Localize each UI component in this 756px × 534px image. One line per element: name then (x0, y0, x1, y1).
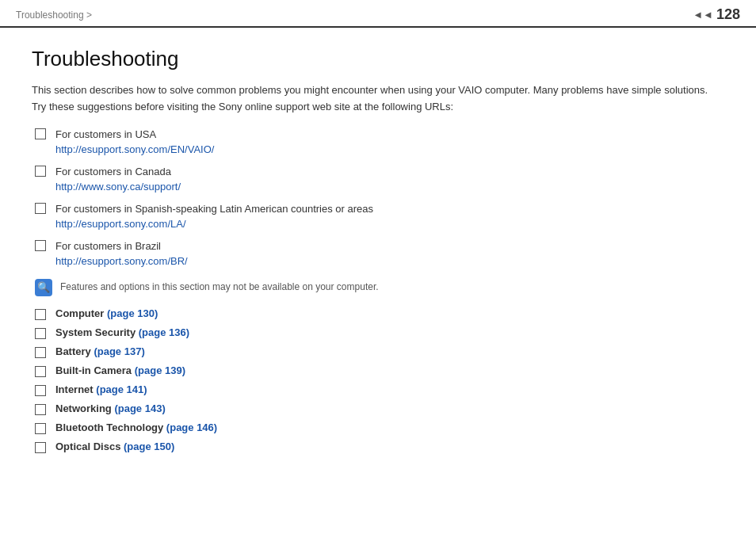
checkbox-icon (35, 128, 46, 139)
page-number: 128 (716, 6, 740, 23)
nav-item-content: Optical Discs (page 150) (55, 441, 174, 452)
nav-checkbox-icon (35, 423, 46, 434)
list-item-label: For customers in USA (55, 128, 156, 140)
page-number-container: ◄◄ 128 (693, 6, 740, 23)
nav-item-label: Optical Discs (55, 441, 124, 452)
nav-item-page-link[interactable]: (page 146) (166, 421, 217, 433)
list-item-content: For customers in Canadahttp://www.sony.c… (55, 164, 181, 195)
intro-paragraph: This section describes how to solve comm… (32, 82, 724, 116)
nav-item-label: Bluetooth Technology (55, 421, 166, 433)
list-item-content: For customers in Brazilhttp://esupport.s… (55, 238, 188, 269)
nav-item: Optical Discs (page 150) (32, 441, 724, 453)
list-item-content: For customers in Spanish-speaking Latin … (55, 201, 373, 232)
nav-item: Networking (page 143) (32, 402, 724, 415)
nav-item-content: Computer (page 130) (55, 307, 158, 319)
nav-item: System Security (page 136) (32, 326, 724, 339)
list-item-label: For customers in Canada (55, 166, 171, 177)
nav-item-label: Battery (55, 345, 94, 357)
nav-item-page-link[interactable]: (page 139) (135, 364, 185, 376)
list-item-link[interactable]: http://esupport.sony.com/BR/ (55, 254, 188, 269)
nav-item-label: Internet (55, 383, 96, 395)
nav-item-page-link[interactable]: (page 136) (139, 326, 189, 338)
nav-checkbox-icon (35, 347, 46, 358)
nav-item-content: Built-in Camera (page 139) (55, 364, 185, 376)
header-bar: Troubleshooting > ◄◄ 128 (0, 0, 756, 28)
list-item: For customers in Brazilhttp://esupport.s… (32, 238, 724, 269)
nav-item-page-link[interactable]: (page 143) (114, 402, 165, 414)
nav-checkbox-icon (35, 328, 46, 339)
checkbox-icon (35, 240, 46, 251)
note-section: 🔍 Features and options in this section m… (32, 279, 724, 296)
list-item-link[interactable]: http://www.sony.ca/support/ (55, 179, 181, 195)
nav-item-content: Networking (page 143) (55, 402, 166, 414)
checkbox-icon (35, 166, 46, 177)
nav-item-page-link[interactable]: (page 137) (94, 345, 144, 357)
main-content: Troubleshooting This section describes h… (0, 28, 756, 475)
list-item-link[interactable]: http://esupport.sony.com/LA/ (55, 216, 373, 232)
list-item-link[interactable]: http://esupport.sony.com/EN/VAIO/ (55, 142, 214, 158)
nav-list: Computer (page 130)System Security (page… (32, 307, 724, 453)
list-item-content: For customers in USAhttp://esupport.sony… (55, 127, 214, 158)
nav-item: Built-in Camera (page 139) (32, 364, 724, 377)
nav-item: Battery (page 137) (32, 345, 724, 358)
nav-item: Computer (page 130) (32, 307, 724, 320)
note-icon: 🔍 (35, 279, 52, 296)
nav-checkbox-icon (35, 404, 46, 415)
list-item: For customers in Canadahttp://www.sony.c… (32, 164, 724, 195)
nav-checkbox-icon (35, 366, 46, 377)
nav-checkbox-icon (35, 385, 46, 396)
note-icon-symbol: 🔍 (37, 281, 50, 293)
breadcrumb: Troubleshooting > (16, 10, 92, 21)
nav-item-label: Built-in Camera (55, 364, 135, 376)
nav-checkbox-icon (35, 442, 46, 453)
page-title: Troubleshooting (32, 47, 724, 71)
nav-item-page-link[interactable]: (page 150) (124, 441, 174, 452)
list-item-label: For customers in Brazil (55, 240, 161, 252)
list-item-label: For customers in Spanish-speaking Latin … (55, 203, 373, 215)
nav-checkbox-icon (35, 309, 46, 320)
checkbox-icon (35, 203, 46, 214)
nav-item-page-link[interactable]: (page 130) (107, 307, 158, 319)
nav-item-content: Battery (page 137) (55, 345, 145, 357)
nav-item: Bluetooth Technology (page 146) (32, 421, 724, 434)
nav-item-label: System Security (55, 326, 139, 338)
page-arrow-icon: ◄◄ (693, 9, 713, 21)
nav-item-label: Networking (55, 402, 114, 414)
list-item: For customers in Spanish-speaking Latin … (32, 201, 724, 232)
nav-item-content: Internet (page 141) (55, 383, 147, 395)
url-list: For customers in USAhttp://esupport.sony… (32, 127, 724, 269)
nav-item-label: Computer (55, 307, 107, 319)
note-text: Features and options in this section may… (60, 279, 379, 292)
nav-item-page-link[interactable]: (page 141) (96, 383, 147, 395)
nav-item-content: System Security (page 136) (55, 326, 189, 338)
nav-item: Internet (page 141) (32, 383, 724, 396)
nav-item-content: Bluetooth Technology (page 146) (55, 421, 217, 433)
list-item: For customers in USAhttp://esupport.sony… (32, 127, 724, 158)
